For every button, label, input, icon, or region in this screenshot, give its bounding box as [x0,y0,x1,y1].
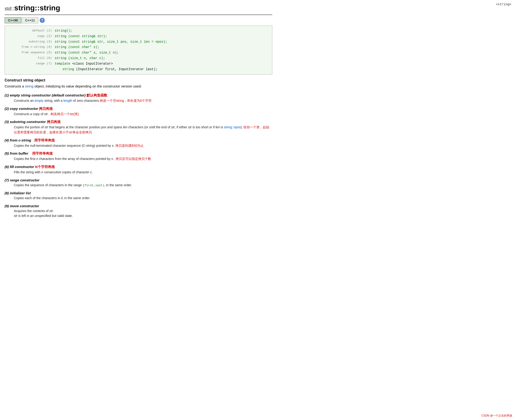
constructor-desc-2: Constructs a copy of str. 构造拷贝一个str(类) [14,112,272,117]
constructor-id-3: (3) [5,120,10,124]
constructor-desc-9: Acquires the contents of str. str is lef… [14,209,272,218]
constructor-heading-1: (1) empty string constructor (default co… [5,93,272,98]
page-title: std::string::string [5,4,272,12]
constructor-title-8: initializer list [10,191,31,195]
constructor-desc-3: Copies the portion of str that begins at… [14,125,272,135]
code-body-1: string(); [55,28,72,34]
constructor-heading-4: (4) from c-string 用字符串构造 [5,138,272,142]
code-label-1: default (1) [8,28,55,34]
constructor-red-3: 拷贝构造 [47,120,61,124]
constructor-block-2: (2) copy constructor 拷贝构造 Constructs a c… [5,107,272,117]
constructor-block-5: (5) from buffer 用字符串构造 Copies the first … [5,151,272,162]
code-row-5: from sequence (5) string (const char* s,… [8,50,268,56]
constructor-red-6: N个字符构造 [35,165,55,169]
empty-link[interactable]: empty [35,99,43,103]
constructor-id-6: (6) [5,165,10,169]
constructor-block-6: (6) fill constructor N个字符构造 Fills the st… [5,165,272,175]
constructor-block-7: (7) range constructor Copies the sequenc… [5,178,272,188]
code-row-2: copy (2) string (const string& str); [8,34,268,39]
code-label-5: from sequence (5) [8,50,55,56]
code-body-2: string (const string& str); [55,34,107,39]
code-body-5: string (const char* s, size_t n); [55,50,119,56]
namespace-prefix: std:: [5,6,14,12]
string-type: string [55,68,74,71]
version-tabs: C++98 C++11 ? [5,17,272,23]
npos-link[interactable]: string::npos [224,125,241,129]
code-row-3: substring (3) string (const string& str,… [8,39,268,45]
constructor-title-4: from c-string [10,138,31,142]
tab-cpp98[interactable]: C++98 [5,17,21,23]
constructor-block-8: (8) initializer list Copies each of the … [5,191,272,201]
code-label-7: range (7) [8,61,55,72]
constructor-title-6: fill constructor [10,165,34,169]
string-link[interactable]: string [25,84,33,88]
template-keyword: template [55,62,70,66]
code-box: default (1) string(); copy (2) string (c… [5,26,272,75]
code-row-7: range (7) template <class InputIterator>… [8,61,268,72]
constructor-heading-8: (8) initializer list [5,191,272,195]
constructor-heading-7: (7) range constructor [5,178,272,182]
desc-red-5: 拷贝且可以指定拷贝个数 [116,157,151,161]
constructor-title-2: copy constructor [10,107,38,111]
code-label-2: copy (2) [8,34,55,39]
code-label-4: from c-string (4) [8,45,55,50]
constructor-id-1: (1) [5,93,10,97]
desc-red-2: 构造拷贝一个str(类) [51,112,79,116]
code-row-4: from c-string (4) string (const char* s)… [8,45,268,50]
desc-red-1: 构造一个空string，和长度为0个字符 [100,99,152,103]
code-row-6: fill (6) string (size_t n, char c); [8,56,268,61]
constructor-red-1: 默认构造函数 [87,93,107,97]
constructor-desc-7: Copies the sequence of characters in the… [14,183,272,188]
code-body-6: string (size_t n, char c); [55,56,105,61]
constructor-title-9: move constructor [10,204,39,208]
code-body-3: string (const string& str, size_t pos, s… [55,39,167,45]
constructor-id-4: (4) [5,138,10,142]
constructor-desc-4: Copies the null-terminated character seq… [14,143,272,148]
constructor-block-9: (9) move constructor Acquires the conten… [5,204,272,218]
constructor-title-1: empty string constructor (default constr… [10,93,86,97]
constructor-block-4: (4) from c-string 用字符串构造 Copies the null… [5,138,272,148]
title-divider [5,15,272,15]
constructor-block-3: (3) substring constructor 拷贝构造 Copies th… [5,120,272,135]
constructor-red-4: 用字符串构造 [32,138,55,142]
constructor-id-8: (8) [5,191,10,195]
constructor-title-5: from buffer [10,151,28,155]
constructor-heading-5: (5) from buffer 用字符串构造 [5,151,272,156]
section-title: Construct string object [5,78,272,82]
code-label-6: fill (6) [8,56,55,61]
constructor-desc-1: Constructs an empty string, with a lengt… [14,98,272,103]
code-label-3: substring (3) [8,39,55,45]
constructor-title-7: range constructor [10,178,39,182]
code-body-7: template <class InputIterator> string (I… [55,61,157,72]
desc-red-4: 拷贝直到遇到\0为止 [115,144,144,148]
constructor-title-3: substring constructor [10,120,46,124]
code-row-1: default (1) string(); [8,28,268,34]
constructor-id-5: (5) [5,151,10,155]
constructor-heading-3: (3) substring constructor 拷贝构造 [5,120,272,124]
constructor-red-2: 拷贝构造 [39,107,53,111]
constructor-desc-8: Copies each of the characters in il, in … [14,196,272,201]
code-body-4: string (const char* s); [55,45,99,50]
template-params: <class InputIterator> [72,62,113,66]
constructor-heading-6: (6) fill constructor N个字符构造 [5,165,272,169]
constructor-id-2: (2) [5,107,10,111]
tab-cpp11[interactable]: C++11 [22,17,38,23]
constructor-block-1: (1) empty string constructor (default co… [5,93,272,103]
constructor-heading-2: (2) copy constructor 拷贝构造 [5,107,272,111]
help-icon[interactable]: ? [40,18,45,23]
constructor-heading-9: (9) move constructor [5,204,272,208]
length-link[interactable]: length [63,99,72,103]
constructor-id-9: (9) [5,204,10,208]
intro-text: Constructs a string object, initializing… [5,84,272,89]
constructor-id-7: (7) [5,178,10,182]
constructor-desc-6: Fills the string with n consecutive copi… [14,170,272,175]
class-method: string::string [14,4,60,12]
constructor-red-5: 用字符串构造 [29,151,53,155]
constructor-params-7: (InputIterator first, InputIterator last… [76,68,157,71]
constructor-desc-5: Copies the first n characters from the a… [14,157,272,162]
